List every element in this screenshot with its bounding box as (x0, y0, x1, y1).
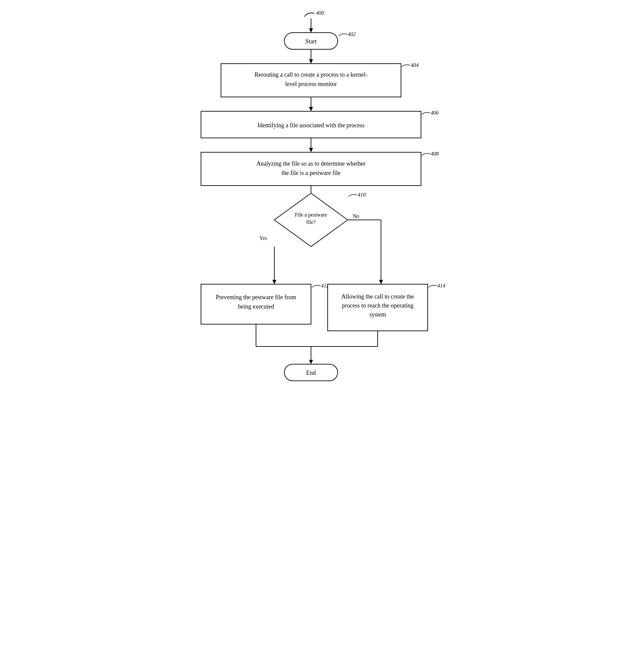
start-label: Start (305, 38, 317, 45)
ref-curve-408 (422, 153, 430, 156)
step-408-line2: the file is a pestware file (282, 170, 340, 176)
ref-curve-410 (349, 194, 357, 196)
ref-402: 402 (348, 31, 356, 37)
end-label: End (306, 370, 316, 376)
arrowhead-to-404 (309, 59, 313, 64)
ref-414: 414 (437, 283, 445, 289)
step-414-line1: Allowing the call to create the (341, 293, 414, 300)
ref-404: 404 (411, 62, 419, 68)
yes-label: Yes (259, 235, 267, 241)
step-404-line1: Rerouting a call to create a process to … (255, 71, 367, 78)
diagram-title: 400 (316, 10, 324, 16)
step-414-line2: process to reach the operating (342, 302, 414, 309)
ref-406: 406 (431, 110, 439, 116)
step-406-label: Identifying a file associated with the p… (258, 122, 365, 128)
ref-curve-414 (428, 285, 437, 288)
flowchart-svg: .svg-text { font-family: 'Times New Roma… (161, 7, 461, 656)
arrowhead-to-end (309, 360, 313, 364)
step-412-line2: being executed (238, 303, 274, 310)
step-408-node (201, 152, 421, 186)
ref-curve-412 (312, 285, 320, 288)
step-408-line1: Analyzing the file so as to determine wh… (256, 160, 365, 167)
step-404-node (221, 64, 401, 97)
ref-410: 410 (358, 192, 366, 197)
arrowhead-to-406 (309, 107, 313, 111)
arrowhead-to-start (309, 28, 313, 33)
decision-410-line1: File a pestware (295, 212, 327, 218)
no-label: No (353, 213, 359, 219)
ref-curve-404 (402, 65, 410, 67)
step-414-line3: system (369, 311, 386, 318)
arrowhead-to-408 (309, 148, 313, 152)
ref-curve-402 (339, 34, 347, 36)
decision-410-line2: file? (306, 219, 316, 225)
title-curve-icon (304, 13, 314, 17)
step-404-line2: level process monitor (285, 81, 337, 87)
arrowhead-yes (272, 280, 276, 284)
flowchart-diagram: .svg-text { font-family: 'Times New Roma… (161, 7, 461, 656)
arrowhead-no (379, 280, 383, 284)
ref-curve-406 (422, 112, 430, 115)
step-412-line1: Preventing the pestware file from (216, 294, 296, 301)
ref-408: 408 (431, 151, 439, 157)
